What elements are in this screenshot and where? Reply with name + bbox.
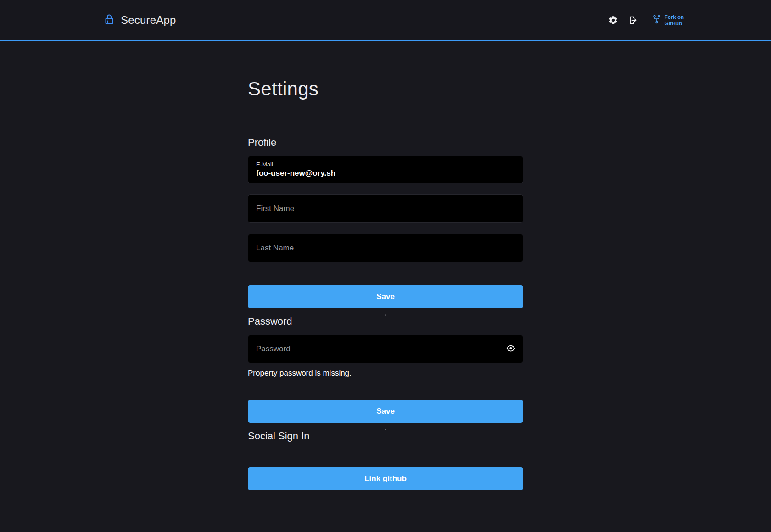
app-title: SecureApp: [121, 14, 176, 27]
gear-icon: [608, 15, 618, 25]
settings-page: Settings Profile E-Mail Save Password: [248, 41, 523, 490]
profile-save-button[interactable]: Save: [248, 285, 523, 308]
fork-link-label: Fork on GitHub: [665, 14, 684, 27]
social-sign-in-heading: Social Sign In: [248, 430, 523, 442]
app-header: SecureApp: [0, 0, 771, 41]
page-title: Settings: [248, 78, 523, 100]
password-heading: Password: [248, 316, 523, 327]
social-sign-in-section: Social Sign In Link github: [248, 430, 523, 490]
toggle-password-visibility-button[interactable]: [505, 343, 516, 355]
last-name-field: [248, 234, 523, 262]
eye-icon: [506, 344, 515, 355]
fork-on-github-link[interactable]: Fork on GitHub: [652, 14, 684, 27]
password-input[interactable]: [248, 335, 523, 363]
settings-gear-button[interactable]: [606, 13, 620, 27]
last-name-input[interactable]: [248, 234, 523, 262]
password-section: Password Property password is missing. S…: [248, 316, 523, 430]
lock-icon: [104, 13, 115, 27]
profile-section: Profile E-Mail Save: [248, 137, 523, 316]
password-save-button[interactable]: Save: [248, 400, 523, 423]
cursor-artifact: [618, 28, 622, 28]
password-error-message: Property password is missing.: [248, 369, 523, 378]
email-input[interactable]: [256, 169, 515, 178]
profile-heading: Profile: [248, 137, 523, 149]
logout-button[interactable]: [626, 13, 640, 27]
link-github-button[interactable]: Link github: [248, 467, 523, 490]
email-field[interactable]: E-Mail: [248, 156, 523, 183]
fork-icon: [652, 14, 661, 26]
header-actions: Fork on GitHub: [606, 13, 684, 27]
password-field: [248, 335, 523, 363]
first-name-field: [248, 194, 523, 223]
logout-icon: [628, 15, 638, 25]
first-name-input[interactable]: [248, 195, 523, 222]
email-label: E-Mail: [256, 161, 515, 168]
app-logo: SecureApp: [104, 13, 176, 27]
